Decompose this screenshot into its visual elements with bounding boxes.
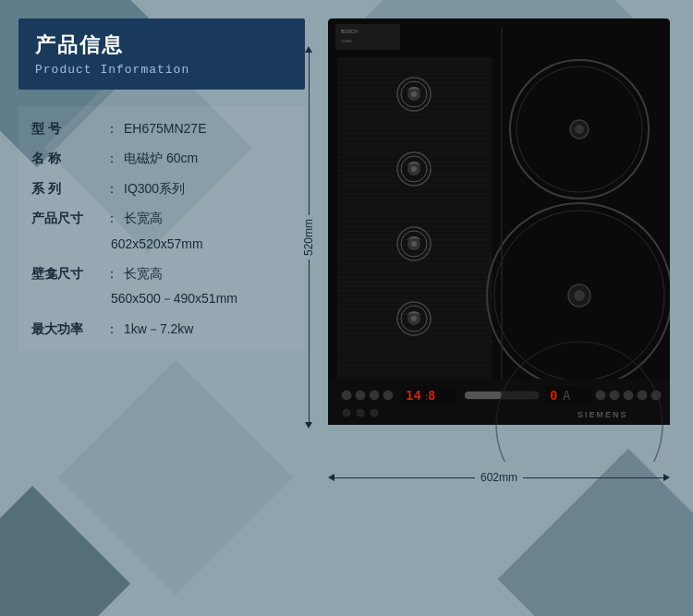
svg-point-99 bbox=[356, 391, 365, 400]
spec-label-prod-dim: 产品尺寸 bbox=[31, 208, 105, 228]
dim-line-vertical bbox=[309, 53, 310, 215]
svg-point-95 bbox=[574, 290, 585, 301]
spec-value-name: 电磁炉 60cm bbox=[124, 148, 198, 168]
spec-label-wall-dim: 壁龛尺寸 bbox=[31, 263, 105, 284]
spec-value-series: IQ300系列 bbox=[124, 178, 185, 199]
svg-point-79 bbox=[411, 166, 417, 172]
svg-text:SIEMENS: SIEMENS bbox=[578, 410, 628, 419]
dim-arrow-top bbox=[305, 46, 312, 53]
dim-arrow-left bbox=[328, 474, 334, 481]
svg-text:14: 14 bbox=[406, 388, 421, 403]
svg-text:BOSCH: BOSCH bbox=[341, 29, 358, 34]
product-info-chinese-title: 产品信息 bbox=[35, 31, 288, 59]
dim-line-vertical-2 bbox=[309, 260, 310, 422]
svg-point-75 bbox=[411, 91, 417, 97]
spec-label-name: 名 称 bbox=[31, 148, 105, 168]
svg-point-117 bbox=[357, 409, 364, 417]
product-info-english-title: Product Information bbox=[35, 63, 288, 77]
spec-colon-prod-dim: ： bbox=[105, 208, 118, 228]
dim-arrow-right bbox=[663, 474, 670, 481]
spec-row-prod-dim-sub: 602x520x57mm bbox=[22, 234, 301, 259]
svg-point-112 bbox=[610, 391, 619, 400]
svg-point-101 bbox=[383, 391, 393, 400]
info-panel: 产品信息 Product Information 型 号 ： EH675MN27… bbox=[18, 18, 305, 351]
svg-text:8: 8 bbox=[428, 388, 435, 403]
spec-value-model: EH675MN27E bbox=[124, 118, 207, 139]
spec-row-model: 型 号 ： EH675MN27E bbox=[22, 114, 301, 143]
spec-label-model: 型 号 bbox=[31, 118, 105, 139]
svg-text:HOME: HOME bbox=[341, 39, 352, 43]
spec-row-power: 最大功率 ： 1kw－7.2kw bbox=[22, 314, 301, 344]
dim-line-horizontal-2 bbox=[523, 477, 663, 478]
svg-point-116 bbox=[343, 409, 350, 417]
svg-point-114 bbox=[638, 391, 647, 400]
horizontal-dimension: 602mm bbox=[328, 471, 670, 484]
spec-label-power: 最大功率 bbox=[31, 319, 105, 339]
svg-point-91 bbox=[575, 125, 584, 134]
svg-point-118 bbox=[371, 409, 378, 417]
dim-arrow-bottom bbox=[305, 422, 312, 429]
spec-colon-wall-dim: ： bbox=[105, 263, 118, 284]
spec-row-prod-dim: 产品尺寸 ： 长宽高 bbox=[22, 203, 301, 233]
image-panel: 520mm BOSCH HOME bbox=[323, 18, 675, 484]
spec-value-prod-dim: 长宽高 bbox=[124, 208, 163, 228]
specs-table: 型 号 ： EH675MN27E 名 称 ： 电磁炉 60cm 系 列 ： IQ… bbox=[18, 106, 305, 351]
main-content: 产品信息 Product Information 型 号 ： EH675MN27… bbox=[0, 0, 693, 616]
svg-point-113 bbox=[624, 391, 633, 400]
spec-colon-power: ： bbox=[105, 319, 118, 339]
svg-point-98 bbox=[342, 391, 351, 400]
dim-label-vertical: 520mm bbox=[302, 215, 315, 260]
svg-point-87 bbox=[411, 316, 417, 321]
product-image-wrapper: 520mm BOSCH HOME bbox=[328, 18, 670, 484]
spec-colon-model: ： bbox=[105, 118, 118, 139]
spec-colon-name: ： bbox=[105, 148, 118, 168]
spec-colon-series: ： bbox=[105, 178, 118, 199]
spec-value-wall-dim: 长宽高 bbox=[124, 263, 163, 284]
spec-value-power: 1kw－7.2kw bbox=[124, 319, 193, 339]
spec-row-series: 系 列 ： IQ300系列 bbox=[22, 174, 301, 203]
svg-text:A: A bbox=[563, 388, 571, 403]
spec-row-name: 名 称 ： 电磁炉 60cm bbox=[22, 143, 301, 173]
vertical-dimension: 520mm bbox=[302, 46, 315, 429]
svg-rect-107 bbox=[465, 392, 502, 399]
svg-text:0: 0 bbox=[550, 388, 557, 403]
spec-row-wall-dim: 壁龛尺寸 ： 长宽高 bbox=[22, 259, 301, 288]
dim-label-horizontal: 602mm bbox=[475, 471, 523, 484]
spec-value-prod-dim-sub: 602x520x57mm bbox=[111, 234, 203, 254]
svg-point-83 bbox=[411, 241, 417, 247]
svg-point-100 bbox=[370, 391, 379, 400]
spec-value-wall-dim-sub: 560x500－490x51mm bbox=[111, 288, 237, 308]
spec-row-wall-dim-sub: 560x500－490x51mm bbox=[22, 288, 301, 313]
svg-point-111 bbox=[596, 391, 605, 400]
cooktop-image: BOSCH HOME bbox=[328, 18, 670, 462]
info-header: 产品信息 Product Information bbox=[18, 18, 305, 90]
spec-label-series: 系 列 bbox=[31, 178, 105, 199]
dim-line-horizontal bbox=[334, 477, 475, 478]
